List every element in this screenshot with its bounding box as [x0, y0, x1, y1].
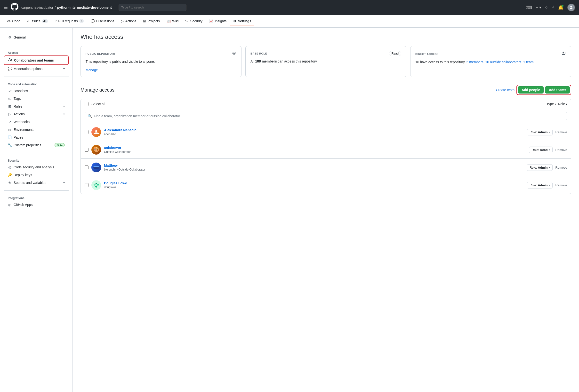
direct-access-title: DIRECT ACCESS [415, 53, 439, 56]
moderation-icon: 💬 [8, 67, 12, 71]
code-icon: <> [7, 19, 11, 23]
sidebar-divider-4 [4, 190, 69, 191]
tab-wiki[interactable]: 📖 Wiki [164, 17, 181, 25]
notifications-icon[interactable]: 🔔 [558, 5, 564, 10]
sidebar-item-code-security[interactable]: ◎ Code security and analysis [4, 163, 69, 171]
avatar-aleksandra [91, 127, 101, 137]
row-checkbox-aleksandra[interactable] [85, 130, 88, 134]
tab-code[interactable]: <> Code [4, 17, 23, 25]
tags-icon: 🏷 [8, 97, 12, 101]
avatar-douglas [91, 180, 101, 190]
pr-icon: ⑂ [55, 19, 57, 23]
row-name-aleksandra[interactable]: Aleksandra Nenadic [104, 128, 137, 132]
add-new-icon[interactable]: + ▾ [536, 5, 541, 10]
row-actions-aleksandra: Role: Admin ▾ Remove [527, 129, 567, 135]
row-actions-douglas: Role: Admin ▾ Remove [527, 182, 567, 188]
secrets-icon: ✳ [8, 181, 12, 185]
remove-btn-aniabrown[interactable]: Remove [556, 148, 567, 152]
sidebar-item-pages[interactable]: 📄 Pages [4, 133, 69, 141]
sidebar-item-collaborators[interactable]: Collaborators and teams [4, 56, 69, 65]
member-search-input[interactable] [94, 114, 564, 118]
pull-request-icon[interactable]: ⑂ [552, 5, 554, 10]
remove-btn-aleksandra[interactable]: Remove [556, 130, 567, 134]
insights-icon: 📈 [209, 19, 213, 23]
role-filter[interactable]: Role ▾ [558, 102, 567, 106]
role-dropdown-douglas[interactable]: Role: Admin ▾ [527, 182, 552, 188]
members-link[interactable]: 5 members [466, 60, 484, 64]
search-bar[interactable] [119, 4, 186, 11]
sidebar-item-webhooks[interactable]: ↗ Webhooks [4, 118, 69, 126]
row-name-aniabrown[interactable]: aniabrown [104, 146, 121, 150]
tab-insights[interactable]: 📈 Insights [206, 17, 229, 25]
row-name-matthew[interactable]: Matthew [104, 164, 118, 168]
pr-badge: 5 [79, 19, 84, 23]
tab-discussions[interactable]: 💬 Discussions [88, 17, 117, 25]
actions-icon: ▷ [121, 19, 124, 23]
page-title: Who has access [80, 33, 571, 40]
sidebar-item-environments[interactable]: ⊡ Environments [4, 126, 69, 133]
secrets-label: Secrets and variables [13, 181, 46, 185]
remove-btn-douglas[interactable]: Remove [556, 183, 567, 187]
team-link[interactable]: 1 team [523, 60, 534, 64]
row-actions-matthew: Role: Admin ▾ Remove [527, 164, 567, 171]
row-checkbox-matthew[interactable] [85, 166, 88, 169]
rules-label: Rules [13, 105, 22, 108]
role-chevron-icon: ▾ [566, 103, 567, 105]
sidebar-item-branches[interactable]: ⎇ Branches [4, 87, 69, 95]
sidebar-item-tags[interactable]: 🏷 Tags [4, 95, 69, 103]
actions-expand-icon: ▾ [63, 112, 65, 116]
sidebar-item-moderation[interactable]: 💬 Moderation options ▾ [4, 65, 69, 73]
select-all-checkbox[interactable] [85, 102, 88, 106]
row-name-douglas[interactable]: Douglas Lowe [104, 181, 127, 185]
type-filter[interactable]: Type ▾ [547, 102, 556, 106]
sidebar-item-rules[interactable]: ⊞ Rules ▾ [4, 103, 69, 110]
search-input[interactable] [119, 4, 186, 11]
sidebar-general[interactable]: ⚙ General [4, 33, 69, 41]
direct-access-header: DIRECT ACCESS [415, 51, 566, 57]
table-search-row: 🔍 [81, 109, 571, 123]
repo-nav: <> Code ○ Issues 41 ⑂ Pull requests 5 💬 … [0, 15, 579, 28]
add-people-button[interactable]: Add people [518, 86, 544, 94]
environments-label: Environments [13, 128, 34, 132]
access-cards: PUBLIC REPOSITORY 👁 This repository is p… [80, 46, 571, 77]
tab-projects[interactable]: ⊞ Projects [140, 17, 163, 25]
row-username-douglas: douglowe [104, 186, 527, 189]
manage-link[interactable]: Manage [86, 68, 98, 72]
tab-actions[interactable]: ▷ Actions [118, 17, 139, 25]
outside-collaborators-link[interactable]: 10 outside collaborators [485, 60, 521, 64]
sidebar-divider-2 [4, 77, 69, 77]
role-dropdown-aleksandra[interactable]: Role: Admin ▾ [527, 129, 552, 135]
remove-btn-matthew[interactable]: Remove [556, 166, 567, 169]
sidebar-item-deploy-keys[interactable]: 🔑 Deploy keys [4, 171, 69, 179]
select-all-label: Select all [91, 102, 547, 106]
sidebar: ⚙ General Access Collaborators and teams… [0, 28, 73, 392]
row-username-matthew: bielsnohr • Outside Collaborator [104, 168, 527, 171]
sidebar-item-secrets[interactable]: ✳ Secrets and variables ▾ [4, 179, 69, 187]
sidebar-section-integrations: Integrations ◎ GitHub Apps [4, 195, 69, 209]
tab-issues[interactable]: ○ Issues 41 [24, 17, 51, 25]
row-checkbox-douglas[interactable] [85, 183, 88, 187]
pages-icon: 📄 [8, 135, 12, 139]
direct-access-card: DIRECT ACCESS 16 have access to this rep… [410, 46, 571, 77]
row-username-aleksandra: anenadic [104, 132, 527, 136]
hamburger-icon[interactable]: ☰ [4, 5, 8, 10]
terminal-icon[interactable]: ⌨ [526, 5, 532, 10]
table-row: Aleksandra Nenadic anenadic Role: Admin … [81, 123, 571, 141]
github-apps-icon: ◎ [8, 203, 12, 207]
row-checkbox-aniabrown[interactable] [85, 148, 88, 152]
avatar[interactable] [567, 4, 575, 11]
tab-settings[interactable]: ⚙ Settings [230, 17, 254, 25]
rules-expand-icon: ▾ [63, 105, 65, 108]
sidebar-item-actions[interactable]: ▷ Actions ▾ [4, 110, 69, 118]
role-dropdown-matthew[interactable]: Role: Admin ▾ [527, 164, 552, 171]
add-teams-button[interactable]: Add teams [545, 86, 570, 94]
tab-security[interactable]: 🛡 Security [182, 17, 205, 25]
role-dropdown-aniabrown[interactable]: Role: Read ▾ [529, 147, 553, 153]
sidebar-item-custom-properties[interactable]: 🔧 Custom properties Beta [4, 141, 69, 149]
breadcrumb-org[interactable]: carpentries-incubator [21, 5, 53, 9]
issues-icon[interactable]: ○ [545, 5, 548, 10]
tab-pull-requests[interactable]: ⑂ Pull requests 5 [52, 17, 87, 25]
create-team-link[interactable]: Create team [496, 88, 514, 92]
sidebar-item-github-apps[interactable]: ◎ GitHub Apps [4, 201, 69, 209]
collaborators-icon [8, 58, 12, 62]
